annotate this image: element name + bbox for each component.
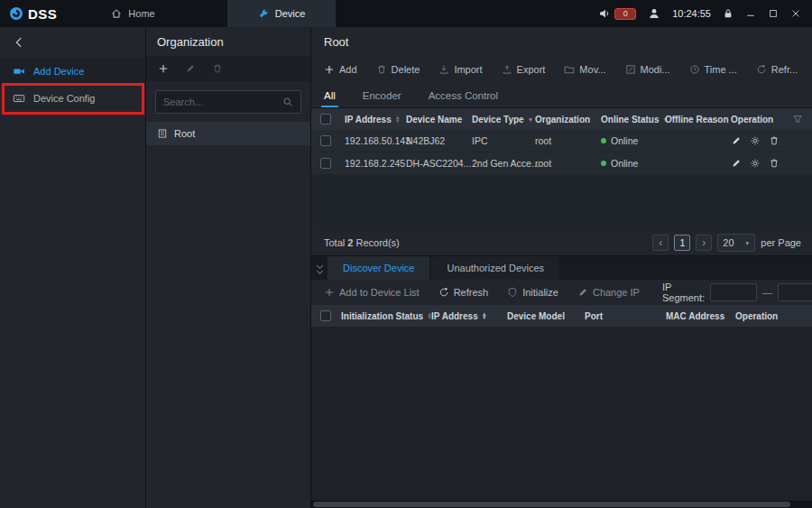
page-number[interactable]: 1 <box>674 235 690 251</box>
sort-icon[interactable] <box>482 312 487 319</box>
back-icon <box>13 36 25 49</box>
filter-icon[interactable] <box>792 114 803 125</box>
trash-icon[interactable] <box>769 135 780 146</box>
table-row[interactable]: 192.168.2.245 DH-ASC2204... 2nd Gen Acce… <box>311 152 812 175</box>
column-device-type[interactable]: Device Type <box>472 115 535 125</box>
tab-home[interactable]: Home <box>80 0 185 27</box>
ip-segment-label: IP Segment: <box>662 282 705 303</box>
column-device-name: Device Name <box>406 115 472 125</box>
app-window: DSS Home Device 0 10:24:55 <box>0 0 812 508</box>
sidebar-item-device-config[interactable]: Device Config <box>0 85 145 112</box>
add-to-device-list-button[interactable]: Add to Device List <box>324 287 420 298</box>
page-size-select[interactable]: 20 <box>717 234 755 252</box>
pencil-icon[interactable] <box>185 63 196 74</box>
discover-refresh-button[interactable]: Refresh <box>438 287 489 298</box>
plus-icon[interactable] <box>158 63 169 74</box>
back-button[interactable] <box>0 27 145 58</box>
device-toolbar: Add Delete Import Export Mov... <box>311 56 812 83</box>
user-icon[interactable] <box>648 7 660 20</box>
refresh-button-label: Refr... <box>771 64 798 75</box>
select-all-checkbox[interactable] <box>320 114 331 125</box>
tree-node-root[interactable]: Root <box>146 122 310 145</box>
add-button-label: Add <box>339 64 357 75</box>
gear-icon[interactable] <box>750 135 761 146</box>
refresh-button[interactable]: Refr... <box>756 64 798 75</box>
online-dot-icon <box>601 161 606 166</box>
record-total: Total 2 Record(s) <box>324 237 400 248</box>
edit-icon[interactable] <box>731 135 742 146</box>
tab-discover-device[interactable]: Discover Device <box>328 256 429 280</box>
organization-search-input[interactable] <box>163 97 277 107</box>
sidebar: Add Device Device Config <box>0 27 146 508</box>
tab-device[interactable]: Device <box>227 0 337 27</box>
trash-icon[interactable] <box>769 158 780 169</box>
tab-access-control[interactable]: Access Control <box>429 90 498 107</box>
device-type-tabs: All Encoder Access Control <box>311 83 812 108</box>
organization-panel: Organization Root <box>146 27 311 508</box>
titlebar: DSS Home Device 0 10:24:55 <box>0 0 812 27</box>
maximize-icon[interactable] <box>768 8 779 19</box>
edit-icon[interactable] <box>731 158 742 169</box>
close-icon[interactable] <box>790 8 801 19</box>
home-icon <box>111 8 122 19</box>
row-checkbox[interactable] <box>320 158 331 169</box>
gear-icon[interactable] <box>750 158 761 169</box>
organization-node-icon <box>157 128 168 139</box>
search-icon[interactable] <box>282 97 293 107</box>
device-panel: Root Add Delete Import Export <box>311 27 812 508</box>
move-button-label: Mov... <box>579 64 605 75</box>
cell-operation <box>731 135 792 146</box>
column-online-status[interactable]: Online Status <box>601 115 665 125</box>
minimize-icon[interactable] <box>745 8 756 19</box>
column-ip-address[interactable]: IP Address <box>345 115 406 125</box>
next-page-button[interactable] <box>696 235 712 251</box>
trash-icon[interactable] <box>212 63 223 74</box>
ip-segment-separator: — <box>762 287 772 298</box>
scrollbar-thumb[interactable] <box>313 502 790 507</box>
sort-icon[interactable] <box>395 115 401 123</box>
select-all-checkbox[interactable] <box>320 310 331 321</box>
clock-icon <box>689 64 700 75</box>
lock-icon[interactable] <box>723 8 734 19</box>
plus-icon <box>324 287 335 298</box>
collapse-handle[interactable] <box>311 256 328 280</box>
initialize-button[interactable]: Initialize <box>507 287 558 298</box>
column-ip-address[interactable]: IP Address <box>431 311 507 321</box>
time-button[interactable]: Time ... <box>689 64 737 75</box>
import-icon <box>438 64 449 75</box>
column-mac-address: MAC Address <box>666 311 735 321</box>
change-ip-button[interactable]: Change IP <box>577 287 640 298</box>
tab-device-label: Device <box>275 8 306 19</box>
cell-operation <box>731 158 792 169</box>
move-button[interactable]: Mov... <box>564 64 605 75</box>
import-button[interactable]: Import <box>438 64 482 75</box>
online-dot-icon <box>601 138 606 143</box>
organization-toolbar <box>146 56 310 81</box>
add-button[interactable]: Add <box>324 64 357 75</box>
organization-title: Organization <box>146 27 310 56</box>
sidebar-item-add-device[interactable]: Add Device <box>0 58 145 85</box>
modify-button[interactable]: Modi... <box>625 64 670 75</box>
pencil-icon <box>577 287 588 298</box>
table-row[interactable]: 192.168.50.143 N42BJ62 IPC root Online <box>311 130 812 152</box>
export-button[interactable]: Export <box>502 64 546 75</box>
prev-page-button[interactable] <box>652 235 669 251</box>
sound-control[interactable]: 0 <box>598 7 636 20</box>
tab-unauthorized-devices[interactable]: Unauthorized Devices <box>431 256 559 280</box>
tab-all[interactable]: All <box>324 90 336 107</box>
cell-organization: root <box>535 135 601 146</box>
row-checkbox[interactable] <box>320 135 331 146</box>
move-icon <box>564 64 575 75</box>
export-button-label: Export <box>517 64 546 75</box>
ip-segment-end-input[interactable] <box>778 283 812 301</box>
device-config-icon <box>13 92 25 105</box>
column-initialization-status[interactable]: Initialization Status <box>341 311 431 321</box>
horizontal-scrollbar[interactable] <box>311 501 812 508</box>
import-button-label: Import <box>454 64 482 75</box>
per-page-label: per Page <box>761 237 801 248</box>
content: Add Device Device Config Organization <box>0 27 812 508</box>
delete-button-label: Delete <box>392 64 420 75</box>
ip-segment-start-input[interactable] <box>710 283 757 301</box>
tab-encoder[interactable]: Encoder <box>363 90 401 107</box>
delete-button[interactable]: Delete <box>376 64 420 75</box>
